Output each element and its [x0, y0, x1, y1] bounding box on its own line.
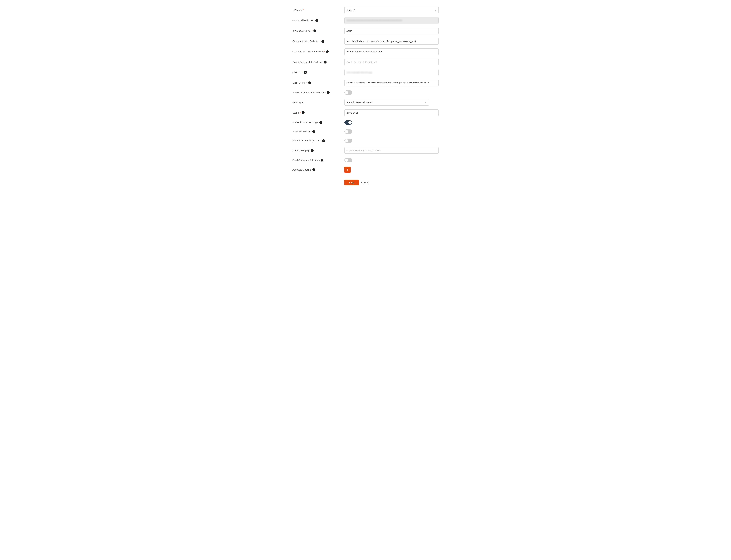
send-configured-toggle[interactable] — [344, 158, 352, 162]
scope-row: Scope* i — [292, 108, 439, 118]
send-configured-label: Send Configured Attributes — [292, 159, 320, 161]
send-credentials-slider — [344, 90, 352, 95]
attributes-mapping-input-col: + — [344, 167, 439, 173]
cancel-button[interactable]: Cancel — [361, 181, 368, 184]
grant-type-select[interactable]: Authorization Code Grant Implicit Grant … — [344, 99, 429, 106]
domain-mapping-info-icon[interactable]: i — [311, 149, 314, 152]
oauth-authorize-label-col: OAuth Authorize Endpoint* i — [292, 40, 344, 43]
prompt-registration-label-col: Prompt for User Registration i — [292, 139, 344, 142]
oauth-userinfo-input[interactable] — [344, 59, 439, 65]
idp-display-name-label: IdP Display Name — [292, 30, 311, 32]
idp-display-name-info-icon[interactable]: i — [313, 29, 316, 32]
enable-enduser-info-icon[interactable]: i — [319, 121, 322, 124]
send-configured-row: Send Configured Attributes i — [292, 156, 439, 165]
domain-mapping-row: Domain Mapping i — [292, 145, 439, 156]
callback-url-row: OAuth Callback URL : i — [292, 15, 439, 26]
add-attribute-button[interactable]: + — [344, 167, 351, 173]
idp-name-input-col: Apple ID Google Facebook GitHub Microsof… — [344, 7, 439, 13]
client-id-required: * — [302, 71, 303, 74]
enable-enduser-label: Enable for EndUser Login — [292, 121, 318, 124]
client-secret-info-icon[interactable]: i — [308, 81, 311, 84]
callback-url-label-col: OAuth Callback URL : i — [292, 19, 344, 22]
callback-url-input-col — [344, 17, 439, 24]
send-configured-info-icon[interactable]: i — [321, 159, 323, 162]
oauth-userinfo-info-icon[interactable]: i — [324, 61, 327, 64]
idp-display-name-label-col: IdP Display Name* i — [292, 29, 344, 32]
send-configured-label-col: Send Configured Attributes i — [292, 159, 344, 162]
oauth-token-info-icon[interactable]: i — [326, 50, 329, 53]
send-credentials-input-col — [344, 90, 439, 95]
oauth-token-input-col — [344, 48, 439, 55]
prompt-registration-row: Prompt for User Registration i — [292, 136, 439, 145]
client-id-label: Client ID — [292, 71, 301, 74]
oauth-authorize-input[interactable] — [344, 38, 439, 45]
prompt-registration-label: Prompt for User Registration — [292, 139, 321, 142]
scope-input-col — [344, 109, 439, 116]
send-configured-input-col — [344, 158, 439, 162]
oauth-authorize-required: * — [320, 40, 320, 43]
show-idp-slider — [344, 129, 352, 134]
oauth-token-input[interactable] — [344, 48, 439, 55]
oauth-authorize-info-icon[interactable]: i — [321, 40, 324, 43]
attributes-mapping-label-col: Attributes Mapping i — [292, 168, 344, 171]
enable-enduser-toggle[interactable] — [344, 120, 352, 125]
oauth-token-row: OAuth Access Token Endpoint* i — [292, 46, 439, 57]
show-idp-input-col — [344, 129, 439, 134]
oauth-authorize-row: OAuth Authorize Endpoint* i — [292, 36, 439, 46]
send-credentials-label-col: Send client credentials in Header i — [292, 91, 344, 94]
client-id-row: Client ID* i — [292, 67, 439, 78]
grant-type-label: Grant Type: — [292, 101, 304, 104]
callback-url-info-icon[interactable]: i — [315, 19, 318, 22]
client-secret-input[interactable] — [344, 80, 439, 86]
oauth-token-required: * — [324, 50, 325, 53]
client-id-input[interactable] — [344, 69, 439, 76]
client-secret-required: * — [306, 82, 307, 84]
idp-name-select[interactable]: Apple ID Google Facebook GitHub Microsof… — [344, 7, 439, 13]
grant-type-row: Grant Type: Authorization Code Grant Imp… — [292, 97, 439, 108]
show-idp-row: Show IdP to Users i — [292, 127, 439, 136]
domain-mapping-input[interactable] — [344, 147, 439, 154]
scope-info-icon[interactable]: i — [302, 111, 305, 114]
send-credentials-info-icon[interactable]: i — [327, 91, 330, 94]
oauth-config-form: IdP Name* Apple ID Google Facebook GitHu… — [292, 5, 439, 189]
grant-type-label-col: Grant Type: — [292, 101, 344, 104]
attributes-mapping-info-icon[interactable]: i — [312, 168, 315, 171]
oauth-userinfo-label: OAuth Get User Info Endpoint — [292, 61, 323, 63]
prompt-registration-toggle[interactable] — [344, 139, 352, 143]
idp-display-name-input[interactable] — [344, 28, 439, 34]
prompt-registration-input-col — [344, 139, 439, 143]
client-id-info-icon[interactable]: i — [304, 71, 307, 74]
enable-enduser-label-col: Enable for EndUser Login i — [292, 121, 344, 124]
callback-url-input[interactable] — [344, 17, 439, 24]
show-idp-toggle[interactable] — [344, 129, 352, 134]
enable-enduser-slider — [344, 120, 352, 125]
save-button[interactable]: Save — [344, 180, 359, 185]
scope-input[interactable] — [344, 109, 439, 116]
idp-display-name-row: IdP Display Name* i — [292, 26, 439, 36]
oauth-userinfo-input-col — [344, 59, 439, 65]
idp-name-required: * — [303, 9, 304, 11]
send-credentials-label: Send client credentials in Header — [292, 91, 326, 94]
show-idp-label: Show IdP to Users — [292, 130, 311, 133]
show-idp-label-col: Show IdP to Users i — [292, 130, 344, 133]
send-credentials-toggle[interactable] — [344, 90, 352, 95]
oauth-userinfo-label-col: OAuth Get User Info Endpoint i — [292, 61, 344, 64]
prompt-registration-info-icon[interactable]: i — [322, 139, 325, 142]
oauth-token-label-col: OAuth Access Token Endpoint* i — [292, 50, 344, 53]
prompt-registration-slider — [344, 139, 352, 143]
oauth-userinfo-row: OAuth Get User Info Endpoint i — [292, 57, 439, 67]
client-secret-label: Client Secret — [292, 82, 305, 84]
client-id-label-col: Client ID* i — [292, 71, 344, 74]
domain-mapping-label-col: Domain Mapping i — [292, 149, 344, 152]
idp-name-label: IdP Name — [292, 9, 302, 11]
grant-type-input-col: Authorization Code Grant Implicit Grant … — [344, 99, 439, 106]
scope-label-col: Scope* i — [292, 111, 344, 114]
idp-name-label-col: IdP Name* — [292, 9, 344, 11]
send-configured-slider — [344, 158, 352, 162]
scope-required: * — [300, 111, 301, 114]
show-idp-info-icon[interactable]: i — [312, 130, 315, 133]
domain-mapping-input-col — [344, 147, 439, 154]
client-secret-row: Client Secret* i — [292, 78, 439, 88]
send-credentials-row: Send client credentials in Header i — [292, 88, 439, 97]
scope-label: Scope — [292, 111, 299, 114]
